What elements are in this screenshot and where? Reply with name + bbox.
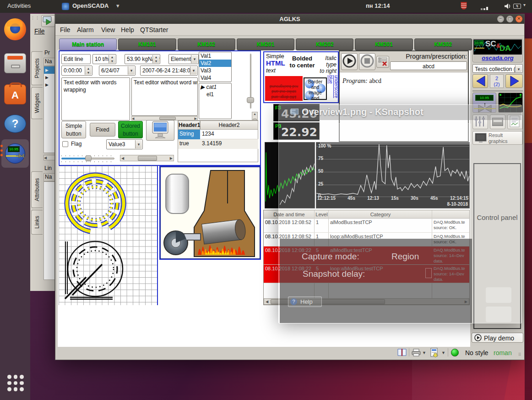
firewall-shield-icon[interactable] [461, 2, 467, 10]
resize-grip[interactable]: ⠿ [518, 352, 522, 357]
print-menu-caret-icon[interactable]: ▼ [422, 351, 426, 355]
spin-arrows-icon[interactable]: ▲▼ [85, 66, 92, 75]
tree-widget[interactable]: ▶ cat1 el1 [199, 83, 232, 119]
fixed-button[interactable]: Fixed [90, 123, 115, 137]
tab-km102[interactable]: KM102 [178, 38, 235, 50]
dock-firefox-icon[interactable] [4, 18, 26, 40]
tab-km301[interactable]: KM301 [355, 38, 413, 50]
print-icon[interactable] [411, 349, 421, 358]
projects-tree[interactable]: ▶ ▶ ▶ [43, 66, 55, 153]
table-cell[interactable]: 1234 [200, 130, 258, 139]
next-page-button[interactable] [505, 74, 523, 88]
system-menu-caret-icon[interactable]: ▾ [523, 2, 526, 7]
pressure-spinbox[interactable]: 53.90 kgN/sm▲▼ [125, 54, 160, 64]
window-titlebar[interactable]: AGLKS [55, 14, 524, 24]
menu-qtstarter[interactable]: QTStarter [140, 26, 168, 33]
user-label[interactable]: roman [494, 349, 512, 356]
image-button[interactable] [146, 120, 174, 141]
value-listbox[interactable]: Val1 Val2 Val3 Val4 [199, 52, 232, 82]
date-combobox[interactable]: 6/24/07▾ [99, 66, 136, 76]
table-cell[interactable]: true [178, 139, 200, 149]
dock-help-icon[interactable]: ? [4, 115, 26, 133]
menu-alarm[interactable]: Alarm [77, 26, 94, 33]
play-button[interactable] [341, 53, 358, 70]
volume-icon[interactable] [505, 3, 511, 11]
list-item[interactable]: Val1 [199, 52, 231, 60]
export-icon[interactable] [429, 348, 440, 359]
slider-handle[interactable] [85, 155, 92, 161]
stop-button[interactable] [359, 53, 375, 70]
colored-button[interactable]: Colored button [118, 121, 143, 138]
table-header1[interactable]: Header1 [178, 121, 200, 130]
battery-icon[interactable]: ↯ [513, 4, 521, 9]
slider-handle[interactable] [247, 97, 254, 103]
tree-row-selected[interactable]: ▶ [44, 66, 54, 74]
clock[interactable]: пн 12:14 [366, 2, 390, 9]
editor-run-icon[interactable] [41, 15, 55, 27]
tests-combobox[interactable]: Tests collection (2▾ [472, 64, 523, 73]
oscada-logo-button[interactable]: SC & DA 10.95 oscada.org [472, 38, 523, 62]
doc-book-icon[interactable] [397, 348, 407, 358]
show-applications-icon[interactable] [7, 375, 24, 391]
vertical-slider[interactable] [248, 54, 253, 109]
horizontal-scrollbar[interactable]: ◀▶ [120, 155, 174, 161]
menu-file[interactable]: File [60, 26, 71, 33]
text-editor-nowrap[interactable]: Text editor without word wrap [131, 77, 198, 116]
tree-node-el1[interactable]: el1 [199, 91, 231, 98]
datetime-combobox[interactable]: 2007-06-24 21:48:01▾ [140, 66, 198, 76]
list-clear-button[interactable] [376, 56, 389, 68]
chevron-down-icon[interactable]: ▾ [128, 66, 135, 75]
flag-checkbox[interactable] [62, 141, 68, 147]
tab-km302[interactable]: KM302 [414, 38, 472, 50]
prev-page-button[interactable] [472, 74, 488, 88]
export-menu-caret-icon[interactable]: ▼ [441, 351, 445, 355]
chevron-down-icon[interactable]: ▾ [190, 66, 197, 75]
tab-km201[interactable]: KM201 [237, 38, 294, 50]
chevron-down-icon[interactable]: ▾ [515, 65, 522, 72]
tab-main-station[interactable]: Main station [59, 38, 117, 50]
network-tray-icon[interactable] [481, 5, 488, 11]
tree-node-cat1[interactable]: ▶ cat1 [199, 83, 231, 91]
program-input[interactable]: abcd [390, 61, 467, 70]
app-menu-button[interactable]: OpenSCADA [72, 2, 109, 9]
activities-button[interactable]: Activities [7, 2, 31, 9]
editor-tab-attributes[interactable]: Attributes [31, 171, 43, 208]
time-spinbox[interactable]: 0:00:00▲▼ [61, 66, 92, 76]
form-table[interactable]: Header1 Header2 String 1234 true 3.14159 [178, 120, 258, 162]
chevron-down-icon[interactable]: ▾ [135, 140, 142, 148]
spin-arrows-icon[interactable]: ▲▼ [109, 55, 115, 63]
table-header2[interactable]: Header2 [200, 121, 258, 130]
list-item[interactable]: Val3 [199, 67, 231, 74]
dock-software-icon[interactable]: A [4, 84, 26, 104]
tree-row[interactable]: ▶ [44, 74, 54, 81]
flow-spinbox[interactable]: 10 t/h▲▼ [92, 54, 116, 64]
editor-tab-projects[interactable]: Projects [31, 51, 43, 85]
editor-h-scrollbar[interactable]: ◀ [43, 155, 55, 160]
tree-row[interactable]: ▶ [44, 81, 54, 88]
dock-openscada-icon[interactable]: 10.95 [4, 142, 26, 164]
close-button[interactable]: ✕ [516, 16, 522, 22]
value3-combobox[interactable]: Value3▾ [106, 139, 143, 149]
menu-help[interactable]: Help [121, 26, 134, 33]
editor-tab-links[interactable]: Links [31, 210, 43, 235]
simple-button[interactable]: Simple button [61, 121, 86, 138]
editor-tab-widgets[interactable]: Widgets [31, 87, 43, 119]
tab-km202[interactable]: KM202 [296, 38, 353, 50]
dock-files-icon[interactable] [4, 53, 26, 73]
text-editor-wrap[interactable]: Text editor with words wrapping [61, 77, 130, 121]
chevron-down-icon[interactable]: ▾ [191, 55, 198, 63]
table-cell[interactable]: 3.14159 [200, 139, 258, 149]
element-combobox[interactable]: Element▾ [168, 54, 199, 64]
play-demo-button[interactable]: Play demo [472, 333, 523, 343]
editor-file-menu[interactable]: File [34, 27, 45, 35]
list-item[interactable]: Val4 [199, 74, 231, 82]
spin-arrows-icon[interactable]: ▲▼ [152, 55, 159, 63]
menu-view[interactable]: View [101, 26, 115, 33]
list-item-selected[interactable]: Val2 [199, 60, 231, 67]
minimize-button[interactable]: − [497, 16, 504, 22]
table-cell[interactable]: String [178, 130, 200, 139]
maximize-button[interactable]: □ [506, 16, 513, 22]
horizontal-slider[interactable] [61, 154, 114, 162]
edit-line-input[interactable]: Edit line [61, 54, 91, 64]
tab-km101[interactable]: KM101 [118, 38, 176, 50]
